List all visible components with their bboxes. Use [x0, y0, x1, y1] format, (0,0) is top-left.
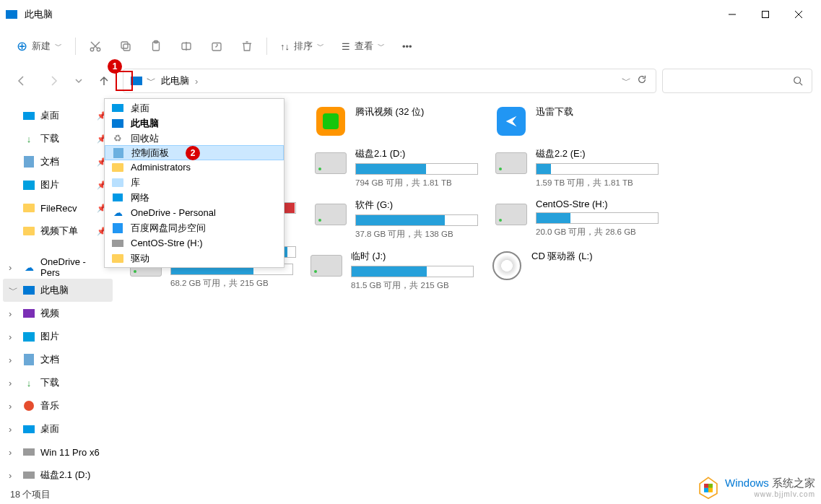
share-button[interactable]	[203, 33, 230, 59]
svg-rect-17	[704, 484, 708, 488]
watermark-logo-icon	[696, 475, 721, 500]
drive-item[interactable]: 磁盘2.2 (E:)1.59 TB 可用，共 1.81 TB	[495, 147, 661, 188]
app-icon	[316, 107, 345, 136]
nav-pinned-item[interactable]: 视频下单📌	[3, 220, 113, 243]
nav-tree-item[interactable]: ›图片	[3, 325, 113, 348]
cd-drive-item[interactable]: CD 驱动器 (L:)	[491, 250, 657, 291]
nav-item-label: 文档	[40, 353, 59, 366]
svg-rect-8	[123, 44, 130, 51]
nav-pinned-item[interactable]: FileRecv📌	[3, 196, 113, 220]
view-icon: ☰	[342, 41, 350, 52]
nav-pinned-item[interactable]: ↓下载📌	[3, 127, 113, 150]
delete-button[interactable]	[233, 33, 261, 59]
close-button[interactable]	[782, 3, 815, 26]
library-icon	[112, 177, 123, 188]
dropdown-menu-item[interactable]: 此电脑	[105, 116, 284, 131]
location-dropdown-button[interactable]: ﹀	[145, 74, 157, 87]
app-item[interactable]: 腾讯视频 (32 位)	[315, 105, 481, 137]
back-button[interactable]	[9, 68, 35, 94]
item-name: CentOS-Stre (H:)	[536, 199, 661, 209]
nav-pinned-item[interactable]: 文档📌	[3, 150, 113, 173]
cut-button[interactable]	[82, 33, 109, 59]
nav-tree-item[interactable]: ›磁盘2.1 (D:)	[3, 464, 113, 487]
sort-label: 排序	[294, 40, 313, 53]
rename-button[interactable]	[173, 33, 200, 59]
refresh-button[interactable]	[637, 74, 647, 87]
drive-item[interactable]: CentOS-Stre (H:)20.0 GB 可用，共 28.6 GB	[495, 199, 661, 240]
expand-chevron-icon[interactable]: ›	[9, 424, 17, 435]
item-name: 磁盘2.1 (D:)	[355, 147, 481, 160]
new-button[interactable]: ⊕ 新建 ﹀	[9, 33, 69, 59]
more-button[interactable]: •••	[395, 33, 420, 59]
folder-icon	[23, 225, 35, 237]
nav-tree-item[interactable]: ›文档	[3, 348, 113, 371]
nav-tree-item[interactable]: ›桌面	[3, 417, 113, 440]
view-button[interactable]: ☰ 查看 ﹀	[334, 33, 392, 59]
baidu-icon	[112, 222, 123, 234]
dropdown-menu-item[interactable]: 驱动	[105, 251, 284, 266]
drive-stats: 1.59 TB 可用，共 1.81 TB	[536, 178, 661, 188]
drive-icon	[315, 204, 347, 225]
dropdown-menu-item[interactable]: 桌面	[105, 100, 284, 116]
menu-item-label: 控制面板	[131, 147, 169, 160]
drive-item[interactable]: 临时 (J:)81.5 GB 可用，共 215 GB	[310, 250, 477, 291]
expand-chevron-icon[interactable]: ›	[9, 447, 17, 458]
drive-item[interactable]: 磁盘2.1 (D:)794 GB 可用，共 1.81 TB	[315, 147, 481, 188]
expand-chevron-icon[interactable]: ›	[9, 355, 17, 365]
dropdown-menu-item[interactable]: CentOS-Stre (H:)	[105, 235, 284, 251]
expand-chevron-icon[interactable]: ›	[9, 401, 17, 412]
minimize-button[interactable]	[716, 3, 749, 26]
navigation-pane: 桌面📌↓下载📌文档📌图片📌FileRecv📌视频下单📌 ›☁OneDrive -…	[0, 98, 116, 487]
download-icon: ↓	[23, 377, 35, 388]
watermark-url: www.bjjmlv.com	[725, 490, 815, 498]
breadcrumb-current[interactable]: 此电脑	[157, 74, 194, 87]
dropdown-menu-item[interactable]: ☁OneDrive - Personal	[105, 205, 284, 220]
menu-item-label: Administrators	[131, 162, 191, 173]
nav-item-label: 文档	[40, 155, 59, 168]
drive-icon	[495, 204, 527, 225]
dropdown-menu-item[interactable]: 百度网盘同步空间	[105, 220, 284, 235]
copy-button[interactable]	[112, 33, 139, 59]
nav-tree-item[interactable]: ›↓下载	[3, 371, 113, 394]
drive-item[interactable]: 软件 (G:)37.8 GB 可用，共 138 GB	[315, 199, 481, 240]
expand-chevron-icon[interactable]: ›	[9, 308, 17, 319]
expand-chevron-icon[interactable]: ›	[9, 378, 17, 388]
menu-item-label: OneDrive - Personal	[131, 207, 216, 218]
nav-item-label: 下载	[40, 132, 59, 145]
drive-stats: 81.5 GB 可用，共 215 GB	[351, 280, 477, 291]
menu-item-label: 驱动	[131, 252, 149, 265]
nav-pinned-item[interactable]: 图片📌	[3, 173, 113, 196]
nav-tree-item[interactable]: ›音乐	[3, 394, 113, 417]
expand-chevron-icon[interactable]: ›	[9, 262, 17, 273]
nav-tree-item[interactable]: ›Win 11 Pro x6	[3, 440, 113, 464]
address-chevron-down[interactable]: ﹀	[622, 74, 631, 87]
app-item[interactable]: 迅雷下载	[495, 105, 661, 137]
history-button[interactable]	[72, 68, 85, 94]
paste-button[interactable]	[142, 33, 170, 59]
statusbar: 18 个项目	[10, 489, 51, 501]
drive-stats: 37.8 GB 可用，共 138 GB	[355, 229, 481, 240]
nav-tree-item[interactable]: ﹀此电脑	[3, 279, 113, 302]
sort-button[interactable]: ↑↓ 排序 ﹀	[273, 33, 331, 59]
nav-tree-item[interactable]: ›视频	[3, 302, 113, 325]
expand-chevron-icon[interactable]: ›	[9, 470, 17, 481]
drive-stats: 68.2 GB 可用，共 215 GB	[170, 278, 296, 289]
search-box[interactable]	[662, 69, 812, 93]
nav-tree-item[interactable]: ›☁OneDrive - Pers	[3, 256, 113, 279]
nav-item-label: 桌面	[40, 109, 59, 122]
dropdown-menu-item[interactable]: 网络	[105, 190, 284, 205]
forward-button[interactable]	[40, 68, 66, 94]
dropdown-menu-item[interactable]: Administrators	[105, 160, 284, 175]
nav-item-label: 视频下单	[40, 225, 78, 238]
svg-rect-20	[708, 488, 713, 492]
nav-pinned-item[interactable]: 桌面📌	[3, 104, 113, 127]
expand-chevron-icon[interactable]: ›	[9, 331, 17, 342]
chevron-right-icon[interactable]: ›	[194, 76, 199, 87]
download-icon: ↓	[23, 133, 35, 144]
maximize-button[interactable]	[749, 3, 782, 26]
dropdown-menu-item[interactable]: 库	[105, 175, 284, 190]
computer-icon	[112, 118, 123, 129]
address-bar[interactable]: ﹀ 此电脑 › ﹀	[123, 69, 656, 93]
dropdown-menu-item[interactable]: ♻回收站	[105, 131, 284, 146]
expand-chevron-icon[interactable]: ﹀	[9, 284, 17, 297]
